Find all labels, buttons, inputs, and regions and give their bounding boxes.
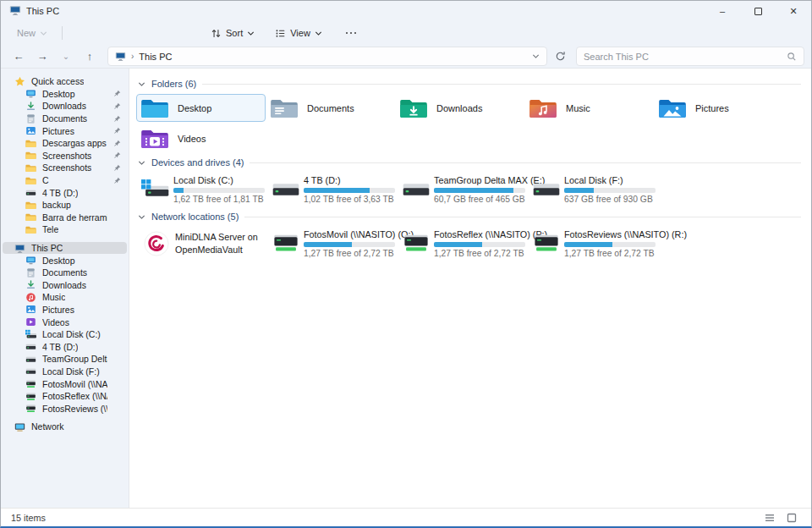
sidebar-item-pictures[interactable]: Pictures bbox=[3, 124, 127, 137]
videos-s-icon bbox=[25, 316, 36, 327]
picture-s-icon bbox=[25, 304, 36, 315]
sort-button[interactable]: Sort bbox=[203, 23, 262, 43]
sidebar-item-downloads[interactable]: Downloads bbox=[3, 279, 127, 292]
sidebar-item-c[interactable]: C bbox=[3, 174, 127, 187]
network-tile-fotosreflex-nasito-p[interactable]: FotosReflex (\\NASITO) (P:) 1,27 TB free… bbox=[397, 227, 527, 261]
network-tile-minidlna-server-on-openmediavault[interactable]: MiniDLNA Server on OpenMediaVault bbox=[136, 227, 266, 261]
drive-tile-teamgroup-delta-max-e[interactable]: TeamGroup Delta MAX (E:) 60,7 GB free of… bbox=[397, 173, 527, 206]
sidebar-item-videos[interactable]: Videos bbox=[3, 316, 127, 328]
drive-s-icon bbox=[25, 366, 36, 377]
sidebar-item-fotosreviews-nasito-r[interactable]: FotosReviews (\\NASITO) (R:) bbox=[3, 402, 127, 415]
capacity-bar bbox=[304, 188, 395, 193]
network-tile-fotosreviews-nasito-r[interactable]: FotosReviews (\\NASITO) (R:) 1,27 TB fre… bbox=[527, 227, 657, 261]
back-button[interactable]: ← bbox=[8, 47, 30, 67]
pin-icon bbox=[113, 140, 121, 147]
sidebar-item-fotosreflex-nasito-p[interactable]: FotosReflex (\\NASITO) (P:) bbox=[3, 390, 127, 403]
sidebar-item-screenshots[interactable]: Screenshots bbox=[3, 150, 127, 162]
folders-section-header: Folders (6) bbox=[151, 79, 196, 89]
new-button[interactable]: New bbox=[9, 23, 55, 43]
close-button[interactable]: ✕ bbox=[776, 1, 811, 21]
search-icon bbox=[787, 52, 797, 62]
capacity-bar-fill bbox=[564, 188, 594, 193]
view-button[interactable]: View bbox=[267, 23, 330, 43]
folder-tile-documents[interactable]: Documents bbox=[266, 94, 395, 122]
forward-button[interactable]: → bbox=[31, 47, 53, 67]
sidebar-item-this-pc[interactable]: This PC bbox=[3, 242, 127, 255]
drive-s-icon bbox=[25, 187, 36, 198]
folder-tile-videos[interactable]: Videos bbox=[136, 124, 266, 152]
large-icons-view-button[interactable] bbox=[782, 510, 801, 525]
sidebar-item-local-disk-c[interactable]: Local Disk (C:) bbox=[3, 328, 127, 341]
document-s-icon bbox=[25, 113, 36, 124]
sidebar-item-descargas-apps[interactable]: Descargas apps bbox=[3, 137, 127, 150]
refresh-button[interactable] bbox=[549, 47, 571, 67]
details-view-button[interactable] bbox=[760, 510, 779, 525]
folder-tile-downloads[interactable]: Downloads bbox=[395, 94, 524, 122]
pin-icon bbox=[113, 164, 121, 172]
folder-videos-icon bbox=[141, 128, 168, 150]
sidebar-item-downloads[interactable]: Downloads bbox=[3, 100, 127, 113]
capacity-bar-fill bbox=[304, 242, 352, 247]
drive-win-s-icon bbox=[25, 329, 36, 340]
folder-tile-desktop[interactable]: Desktop bbox=[136, 94, 266, 122]
sidebar-item-barra-de-herramientas[interactable]: Barra de herramientas bbox=[3, 212, 127, 224]
sidebar-item-documents[interactable]: Documents bbox=[3, 113, 127, 125]
music-s-icon bbox=[25, 292, 36, 303]
sidebar-item-teamgroup-delta-max-e[interactable]: TeamGroup Delta MAX (E:) bbox=[3, 353, 127, 366]
this-pc-icon bbox=[9, 4, 21, 18]
folder-tile-music[interactable]: Music bbox=[524, 94, 654, 122]
drive-tile-local-disk-f[interactable]: Local Disk (F:) 637 GB free of 930 GB bbox=[527, 173, 657, 206]
sidebar-item-screenshots[interactable]: Screenshots bbox=[3, 162, 127, 174]
debian-icon bbox=[144, 231, 169, 256]
breadcrumb-this-pc[interactable]: This PC bbox=[139, 52, 172, 62]
capacity-bar bbox=[564, 242, 656, 247]
content-pane: Folders (6) Desktop Documents Download bbox=[129, 69, 811, 508]
drive-icon bbox=[532, 178, 561, 201]
new-button-label: New bbox=[17, 28, 36, 38]
section-divider bbox=[250, 162, 801, 163]
chevron-down-icon bbox=[247, 30, 255, 37]
address-dropdown-icon[interactable] bbox=[532, 52, 540, 60]
drive-tile-4-tb-d[interactable]: 4 TB (D:) 1,02 TB free of 3,63 TB bbox=[266, 173, 397, 206]
maximize-button[interactable] bbox=[740, 1, 776, 21]
collapse-chevron-icon[interactable] bbox=[138, 159, 145, 167]
capacity-bar-fill bbox=[304, 188, 370, 193]
minimize-button[interactable]: – bbox=[705, 1, 740, 21]
address-bar[interactable]: › This PC bbox=[107, 47, 547, 66]
pin-icon bbox=[113, 102, 121, 110]
sidebar-item-pictures[interactable]: Pictures bbox=[3, 304, 127, 316]
sidebar-item-fotosmovil-nasito-o[interactable]: FotosMovil (\\NASITO) (O:) bbox=[3, 377, 127, 390]
toolbar-separator bbox=[62, 26, 63, 40]
sidebar-item-network[interactable]: Network bbox=[3, 421, 127, 433]
navigation-pane: Quick access Desktop Downloads Documents bbox=[1, 69, 129, 508]
sidebar-item-local-disk-f[interactable]: Local Disk (F:) bbox=[3, 366, 127, 378]
drive-network-icon bbox=[402, 232, 431, 256]
breadcrumb-separator: › bbox=[131, 52, 134, 61]
sidebar-item-documents[interactable]: Documents bbox=[3, 267, 127, 279]
sidebar-item-4-tb-d[interactable]: 4 TB (D:) bbox=[3, 340, 127, 353]
desktop-s-icon bbox=[25, 88, 36, 99]
star-icon bbox=[14, 76, 25, 87]
sidebar-item-4-tb-d[interactable]: 4 TB (D:) bbox=[3, 186, 127, 199]
drive-net-s-icon bbox=[25, 378, 36, 389]
folder-desktop-icon bbox=[141, 97, 168, 119]
more-options-button[interactable] bbox=[335, 23, 368, 43]
folder-tile-pictures[interactable]: Pictures bbox=[654, 94, 783, 122]
network-tile-fotosmovil-nasito-o[interactable]: FotosMovil (\\NASITO) (O:) 1,27 TB free … bbox=[266, 227, 397, 261]
collapse-chevron-icon[interactable] bbox=[138, 80, 145, 88]
up-button[interactable]: ↑ bbox=[79, 47, 101, 67]
folders-grid: Desktop Documents Downloads Music bbox=[136, 94, 804, 152]
collapse-chevron-icon[interactable] bbox=[138, 213, 145, 221]
search-input[interactable] bbox=[584, 52, 787, 62]
sidebar-item-music[interactable]: Music bbox=[3, 291, 127, 304]
section-divider bbox=[244, 217, 801, 217]
sidebar-item-desktop[interactable]: Desktop bbox=[3, 88, 127, 101]
drive-net-s-icon bbox=[25, 403, 36, 414]
sidebar-item-quick-access[interactable]: Quick access bbox=[3, 75, 127, 88]
sidebar-item-desktop[interactable]: Desktop bbox=[3, 254, 127, 267]
sidebar-item-backup[interactable]: backup bbox=[3, 199, 127, 212]
folder-s-icon bbox=[25, 150, 36, 161]
drive-tile-local-disk-c[interactable]: Local Disk (C:) 1,62 TB free of 1,81 TB bbox=[136, 173, 266, 206]
recent-locations-button[interactable]: ⌄ bbox=[55, 47, 77, 67]
sidebar-item-tele[interactable]: Tele bbox=[3, 223, 127, 236]
